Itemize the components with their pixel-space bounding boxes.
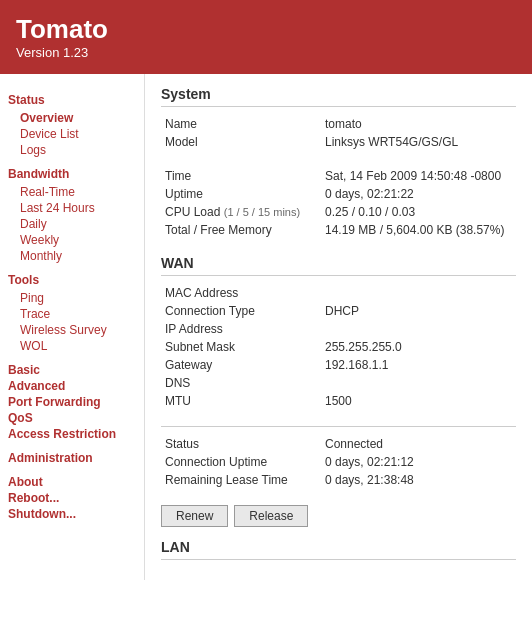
sidebar-item-tools[interactable]: Tools <box>8 272 136 288</box>
table-row: IP Address <box>161 320 516 338</box>
remaining-lease-value: 0 days, 21:38:48 <box>321 471 516 489</box>
sidebar-item-logs[interactable]: Logs <box>8 142 136 158</box>
table-row: Total / Free Memory 14.19 MB / 5,604.00 … <box>161 221 516 239</box>
ip-address-value <box>321 320 516 338</box>
main-content: System Name tomato Model Linksys WRT54G/… <box>145 74 532 580</box>
uptime-label: Uptime <box>161 185 321 203</box>
wan-buttons: Renew Release <box>161 505 516 527</box>
dns-value <box>321 374 516 392</box>
memory-label: Total / Free Memory <box>161 221 321 239</box>
header: Tomato Version 1.23 <box>0 0 532 74</box>
sidebar-item-weekly[interactable]: Weekly <box>8 232 136 248</box>
time-value: Sat, 14 Feb 2009 14:50:48 -0800 <box>321 167 516 185</box>
system-section-title: System <box>161 86 516 107</box>
status-label: Status <box>161 435 321 453</box>
model-value: Linksys WRT54G/GS/GL <box>321 133 516 151</box>
table-row: MTU 1500 <box>161 392 516 410</box>
sidebar: Status Overview Device List Logs Bandwid… <box>0 74 145 580</box>
wan-table: MAC Address Connection Type DHCP IP Addr… <box>161 284 516 410</box>
sidebar-item-overview[interactable]: Overview <box>8 110 136 126</box>
sidebar-item-wol[interactable]: WOL <box>8 338 136 354</box>
wan-status-table: Status Connected Connection Uptime 0 day… <box>161 435 516 489</box>
remaining-lease-label: Remaining Lease Time <box>161 471 321 489</box>
sidebar-item-monthly[interactable]: Monthly <box>8 248 136 264</box>
table-row: DNS <box>161 374 516 392</box>
table-row: Status Connected <box>161 435 516 453</box>
gateway-value: 192.168.1.1 <box>321 356 516 374</box>
mtu-value: 1500 <box>321 392 516 410</box>
gateway-label: Gateway <box>161 356 321 374</box>
uptime-value: 0 days, 02:21:22 <box>321 185 516 203</box>
sidebar-item-status[interactable]: Status <box>8 92 136 108</box>
connection-type-label: Connection Type <box>161 302 321 320</box>
sidebar-item-basic[interactable]: Basic <box>8 362 136 378</box>
table-row: Remaining Lease Time 0 days, 21:38:48 <box>161 471 516 489</box>
wan-section-title: WAN <box>161 255 516 276</box>
table-row: Time Sat, 14 Feb 2009 14:50:48 -0800 <box>161 167 516 185</box>
ip-address-label: IP Address <box>161 320 321 338</box>
sidebar-item-about[interactable]: About <box>8 474 136 490</box>
table-row: Model Linksys WRT54G/GS/GL <box>161 133 516 151</box>
sidebar-item-wireless-survey[interactable]: Wireless Survey <box>8 322 136 338</box>
table-row: MAC Address <box>161 284 516 302</box>
app-title: Tomato <box>16 14 516 45</box>
sidebar-item-administration[interactable]: Administration <box>8 450 136 466</box>
system-table: Name tomato Model Linksys WRT54G/GS/GL <box>161 115 516 151</box>
name-value: tomato <box>321 115 516 133</box>
sidebar-item-port-forwarding[interactable]: Port Forwarding <box>8 394 136 410</box>
mac-address-label: MAC Address <box>161 284 321 302</box>
table-row: Uptime 0 days, 02:21:22 <box>161 185 516 203</box>
sidebar-item-shutdown[interactable]: Shutdown... <box>8 506 136 522</box>
divider <box>161 426 516 427</box>
sidebar-item-realtime[interactable]: Real-Time <box>8 184 136 200</box>
time-label: Time <box>161 167 321 185</box>
connection-uptime-value: 0 days, 02:21:12 <box>321 453 516 471</box>
status-value: Connected <box>321 435 516 453</box>
sidebar-item-reboot[interactable]: Reboot... <box>8 490 136 506</box>
subnet-mask-label: Subnet Mask <box>161 338 321 356</box>
table-row: Connection Uptime 0 days, 02:21:12 <box>161 453 516 471</box>
table-row: Name tomato <box>161 115 516 133</box>
mac-address-value <box>321 284 516 302</box>
table-row: Subnet Mask 255.255.255.0 <box>161 338 516 356</box>
sidebar-item-advanced[interactable]: Advanced <box>8 378 136 394</box>
connection-type-value: DHCP <box>321 302 516 320</box>
app-version: Version 1.23 <box>16 45 516 60</box>
release-button[interactable]: Release <box>234 505 308 527</box>
sidebar-item-qos[interactable]: QoS <box>8 410 136 426</box>
renew-button[interactable]: Renew <box>161 505 228 527</box>
subnet-mask-value: 255.255.255.0 <box>321 338 516 356</box>
sidebar-item-ping[interactable]: Ping <box>8 290 136 306</box>
lan-section-title: LAN <box>161 539 516 560</box>
model-label: Model <box>161 133 321 151</box>
sidebar-item-access-restriction[interactable]: Access Restriction <box>8 426 136 442</box>
name-label: Name <box>161 115 321 133</box>
system-table-2: Time Sat, 14 Feb 2009 14:50:48 -0800 Upt… <box>161 167 516 239</box>
connection-uptime-label: Connection Uptime <box>161 453 321 471</box>
dns-label: DNS <box>161 374 321 392</box>
table-row: Gateway 192.168.1.1 <box>161 356 516 374</box>
sidebar-item-last24[interactable]: Last 24 Hours <box>8 200 136 216</box>
sidebar-item-device-list[interactable]: Device List <box>8 126 136 142</box>
sidebar-item-bandwidth[interactable]: Bandwidth <box>8 166 136 182</box>
sidebar-item-daily[interactable]: Daily <box>8 216 136 232</box>
memory-value: 14.19 MB / 5,604.00 KB (38.57%) <box>321 221 516 239</box>
cpu-load-label: CPU Load (1 / 5 / 15 mins) <box>161 203 321 221</box>
table-row: Connection Type DHCP <box>161 302 516 320</box>
mtu-label: MTU <box>161 392 321 410</box>
cpu-load-value: 0.25 / 0.10 / 0.03 <box>321 203 516 221</box>
table-row: CPU Load (1 / 5 / 15 mins) 0.25 / 0.10 /… <box>161 203 516 221</box>
sidebar-item-trace[interactable]: Trace <box>8 306 136 322</box>
